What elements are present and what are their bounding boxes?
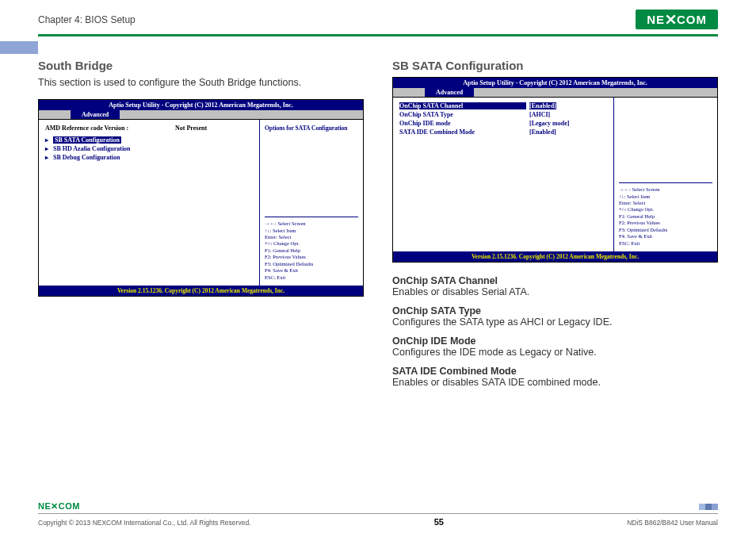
right-column: SB SATA Configuration Aptio Setup Utilit… [392,59,718,396]
bios-item-azalia[interactable]: SB HD Azalia Configuration [53,145,180,152]
bios-left-pane: AMD Reference code Version : Not Present… [39,120,260,286]
option-ide-mode: OnChip IDE Mode Configures the IDE mode … [392,336,718,358]
bios-right-desc: Options for SATA Configuration [265,125,358,132]
bios-tab-advanced: Advanced [425,88,474,97]
chapter-title: Chapter 4: BIOS Setup [38,14,136,25]
bios-version-footer: Version 2.15.1236. Copyright (C) 2012 Am… [393,251,717,262]
x-icon [666,14,676,25]
bios-help-keys: →←: Select Screen ↑↓: Select Item Enter:… [619,182,712,247]
south-bridge-heading: South Bridge [38,59,364,72]
bios-screenshot-left: Aptio Setup Utility - Copyright (C) 2012… [38,99,364,297]
bios-version-footer: Version 2.15.1236. Copyright (C) 2012 Am… [39,286,363,296]
bios-row-sata-type[interactable]: OnChip SATA Type [399,111,526,118]
bios-row-ide-mode[interactable]: OnChip IDE mode [399,120,526,127]
bios-right-pane: Options for SATA Configuration →←: Selec… [260,120,363,286]
bios-titlebar: Aptio Setup Utility - Copyright (C) 2012… [39,100,363,110]
footer-copyright: Copyright © 2013 NEXCOM International Co… [38,519,250,527]
bios-tab-row: Advanced [393,88,717,97]
footer-manual-name: NDiS B862/B842 User Manual [627,519,718,527]
bios-tab-advanced: Advanced [71,110,120,119]
sb-sata-heading: SB SATA Configuration [392,59,718,72]
nexcom-logo: NE COM [636,10,718,29]
arrow-icon: ▸ [45,145,48,152]
left-column: South Bridge This section is used to con… [38,59,364,396]
bios-item-debug[interactable]: SB Debug Configuration [53,154,180,161]
footer-logo: NE✕COM [38,501,80,512]
bios-item-sata[interactable]: SB SATA Configuration [53,136,121,144]
bios-right-pane: →←: Select Screen ↑↓: Select Item Enter:… [614,98,717,251]
bios-row-sata-channel[interactable]: OnChip SATA Channel [399,102,526,109]
bios-row-combined[interactable]: SATA IDE Combined Mode [399,128,526,136]
page-number: 55 [434,517,444,527]
bios-left-pane: OnChip SATA Channel[Enabled] OnChip SATA… [393,98,614,251]
arrow-icon: ▸ [45,154,48,161]
option-sata-type: OnChip SATA Type Configures the SATA typ… [392,305,718,328]
bios-titlebar: Aptio Setup Utility - Copyright (C) 2012… [393,78,717,88]
page-header: Chapter 4: BIOS Setup NE COM [38,0,718,36]
arrow-icon: ▸ [45,136,48,144]
bios-tab-row: Advanced [39,110,363,119]
option-sata-channel: OnChip SATA Channel Enables or disables … [392,275,718,297]
amd-ref-val: Not Present [175,125,207,132]
side-tab-deco [0,41,38,54]
bios-screenshot-right: Aptio Setup Utility - Copyright (C) 2012… [392,77,718,263]
footer-deco-squares [699,504,718,510]
bios-help-keys: →←: Select Screen ↑↓: Select Item Enter:… [265,217,358,281]
amd-ref-label: AMD Reference code Version : [45,125,172,132]
option-combined: SATA IDE Combined Mode Enables or disabl… [392,366,718,388]
page-footer: NE✕COM Copyright © 2013 NEXCOM Internati… [38,501,718,527]
south-bridge-intro: This section is used to configure the So… [38,77,364,88]
